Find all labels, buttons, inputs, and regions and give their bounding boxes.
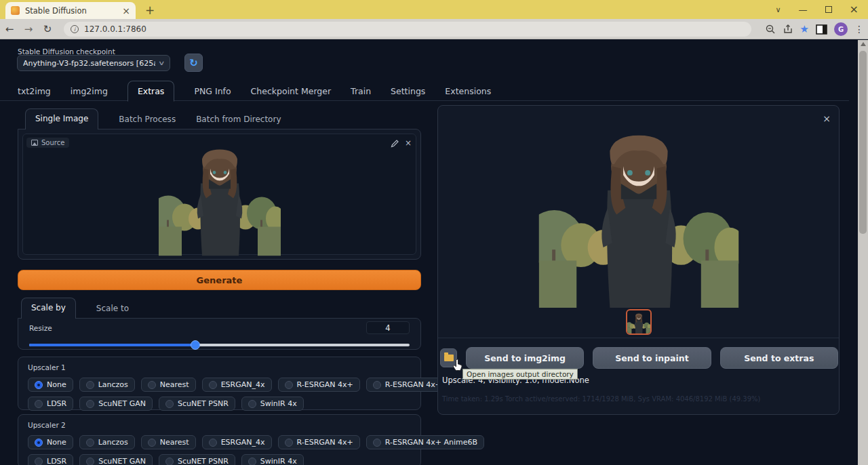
tab-extensions[interactable]: Extensions <box>445 86 491 96</box>
subtab-scale-to[interactable]: Scale to <box>96 304 129 319</box>
upscaler2-option-resrgan-anime6b[interactable]: R-ESRGAN 4x+ Anime6B <box>366 435 484 449</box>
gallery-close-icon[interactable]: × <box>823 114 831 123</box>
scrollbar-thumb[interactable] <box>859 51 867 234</box>
result-image[interactable] <box>538 109 738 308</box>
mouse-cursor-hand <box>452 359 463 371</box>
refresh-icon: ↻ <box>189 57 198 69</box>
upscaler1-option-scunet-psnr[interactable]: ScuNET PSNR <box>159 397 235 411</box>
performance-info-text: Time taken: 1.29s Torch active/reserved:… <box>442 395 760 403</box>
upscaler1-option-ldsr[interactable]: LDSR <box>28 397 73 411</box>
resize-slider[interactable] <box>29 340 410 350</box>
radio-icon <box>148 381 156 389</box>
page-scrollbar[interactable] <box>858 40 868 465</box>
minimize-icon[interactable]: — <box>799 5 808 14</box>
browser-toolbar: ← → ↻ i 127.0.0.1:7860 ★ G ⋮ <box>0 19 868 39</box>
maximize-icon[interactable] <box>825 6 832 13</box>
url-text[interactable]: 127.0.0.1:7860 <box>84 24 146 34</box>
radio-icon <box>165 400 174 408</box>
checkpoint-dropdown[interactable]: Anything-V3-fp32.safetensors [625a2ba2] … <box>17 55 170 71</box>
upscaler1-option-esrgan4x[interactable]: ESRGAN_4x <box>202 378 272 392</box>
upscaler1-option-nearest[interactable]: Nearest <box>141 378 196 392</box>
upscaler1-option-swinir4x[interactable]: SwinIR 4x <box>241 397 304 411</box>
upscaler1-option-none[interactable]: None <box>28 378 73 392</box>
share-icon[interactable] <box>783 24 793 35</box>
tab-extras[interactable]: Extras <box>127 81 175 102</box>
bookmark-star-icon[interactable]: ★ <box>800 23 809 35</box>
radio-icon <box>86 400 94 408</box>
upscaler1-option-scunet-gan[interactable]: ScuNET GAN <box>79 397 153 411</box>
resize-value-input[interactable] <box>366 321 410 334</box>
tab-title: Stable Diffusion <box>25 6 117 16</box>
upscaler1-option-resrgan4x[interactable]: R-ESRGAN 4x+ <box>278 378 360 392</box>
radio-icon <box>148 439 156 447</box>
tab-png-info[interactable]: PNG Info <box>194 86 231 96</box>
radio-icon <box>35 400 43 408</box>
radio-icon <box>86 439 94 447</box>
tab-img2img[interactable]: img2img <box>71 86 108 96</box>
radio-selected-icon <box>35 381 43 389</box>
menu-kebab-icon[interactable]: ⋮ <box>854 24 864 35</box>
radio-icon <box>165 458 174 465</box>
image-icon <box>31 140 38 146</box>
source-image-dropzone[interactable]: Source × <box>22 134 416 255</box>
zoom-icon[interactable] <box>765 24 776 35</box>
side-panel-icon[interactable] <box>816 24 827 35</box>
tab-checkpoint-merger[interactable]: Checkpoint Merger <box>251 86 331 96</box>
edit-pencil-icon[interactable] <box>391 139 399 148</box>
slider-handle[interactable] <box>191 340 200 350</box>
radio-icon <box>248 458 256 465</box>
upscaler2-option-swinir4x[interactable]: SwinIR 4x <box>241 454 304 465</box>
radio-icon <box>373 381 381 389</box>
upscaler2-option-ldsr[interactable]: LDSR <box>28 454 73 465</box>
browser-tab[interactable]: Stable Diffusion × <box>5 2 136 19</box>
sd-webui: Stable Diffusion checkpoint Anything-V3-… <box>0 40 858 465</box>
radio-icon <box>86 458 94 465</box>
output-panel: × Send to img2img Send to inpaint Send t… <box>437 105 840 415</box>
tab-train[interactable]: Train <box>351 86 371 96</box>
upscaler2-option-nearest[interactable]: Nearest <box>141 435 196 449</box>
source-chip: Source <box>26 138 69 148</box>
send-to-inpaint-button[interactable]: Send to inpaint <box>593 347 711 369</box>
upscaler2-option-lanczos[interactable]: Lanczos <box>79 435 135 449</box>
send-to-extras-button[interactable]: Send to extras <box>720 347 838 369</box>
reload-icon[interactable]: ↻ <box>38 23 57 35</box>
upscaler1-option-lanczos[interactable]: Lanczos <box>79 378 135 392</box>
url-bar[interactable]: i 127.0.0.1:7860 <box>64 22 751 37</box>
radio-icon <box>373 439 381 447</box>
upscaler2-option-resrgan4x[interactable]: R-ESRGAN 4x+ <box>278 435 360 449</box>
tab-search-icon[interactable]: ∨ <box>776 6 781 14</box>
send-to-img2img-button[interactable]: Send to img2img <box>466 347 584 369</box>
window-controls: ∨ — × <box>776 0 868 19</box>
scrollbar-up-arrow[interactable] <box>861 42 866 46</box>
subtab-batch-from-directory[interactable]: Batch from Directory <box>196 115 281 129</box>
site-info-icon[interactable]: i <box>71 25 79 33</box>
tab-settings[interactable]: Settings <box>391 86 425 96</box>
radio-icon <box>285 381 293 389</box>
subtab-batch-process[interactable]: Batch Process <box>119 115 176 129</box>
favicon-icon <box>11 6 20 15</box>
forward-icon[interactable]: → <box>19 23 38 35</box>
gallery-thumbnails <box>438 309 839 335</box>
close-icon[interactable]: × <box>850 4 859 15</box>
radio-icon <box>209 439 217 447</box>
radio-icon <box>35 458 43 465</box>
generate-button[interactable]: Generate <box>18 270 421 290</box>
profile-avatar[interactable]: G <box>834 22 848 36</box>
radio-icon <box>248 400 256 408</box>
upscaler2-option-none[interactable]: None <box>28 435 73 449</box>
subtab-single-image[interactable]: Single Image <box>25 108 98 129</box>
back-icon[interactable]: ← <box>0 23 19 35</box>
tab-close-icon[interactable]: × <box>122 6 130 16</box>
gallery-thumbnail-selected[interactable] <box>626 309 652 335</box>
upscaler2-option-scunet-gan[interactable]: ScuNET GAN <box>79 454 153 465</box>
subtab-scale-by[interactable]: Scale by <box>21 298 76 319</box>
source-label: Source <box>41 139 64 146</box>
checkpoint-value: Anything-V3-fp32.safetensors [625a2ba2] <box>23 59 155 68</box>
clear-image-icon[interactable]: × <box>405 138 412 148</box>
upscaler1-panel: Upscaler 1 None Lanczos Nearest ESRGAN_4… <box>18 357 421 410</box>
new-tab-button[interactable]: + <box>145 3 155 17</box>
refresh-checkpoint-button[interactable]: ↻ <box>184 54 203 72</box>
tab-txt2img[interactable]: txt2img <box>18 86 51 96</box>
upscaler2-option-scunet-psnr[interactable]: ScuNET PSNR <box>159 454 235 465</box>
upscaler2-option-esrgan4x[interactable]: ESRGAN_4x <box>202 435 272 449</box>
